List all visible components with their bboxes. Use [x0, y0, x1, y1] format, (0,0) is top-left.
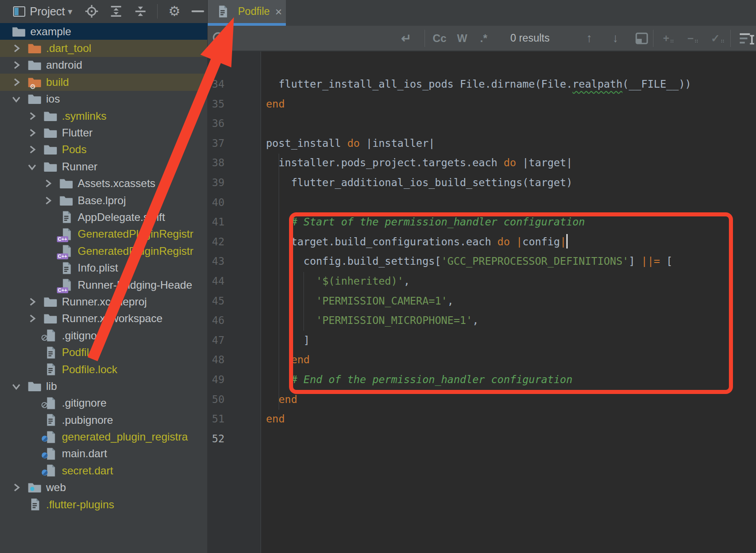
chevron-right-icon[interactable] [27, 314, 43, 323]
tree-item-Runner[interactable]: Runner [0, 158, 208, 175]
annotation-highlight-box [289, 212, 733, 394]
chevron-down-icon[interactable] [11, 381, 27, 391]
tree-item-.flutter-plugins[interactable]: .flutter-plugins [0, 496, 208, 513]
tree-item-web[interactable]: web [0, 479, 208, 496]
expand-all-icon[interactable] [109, 5, 123, 18]
tree-item-build[interactable]: ⚙build [0, 74, 208, 90]
tree-item-Runner-Bridging-Heade[interactable]: C++Runner-Bridging-Heade [0, 276, 208, 293]
tree-item-example[interactable]: example [0, 23, 208, 40]
tree-item-android[interactable]: android [0, 57, 208, 74]
tree-item-Pods[interactable]: Pods [0, 141, 208, 158]
file-icon [59, 211, 73, 224]
folder-build-icon: ⚙ [27, 75, 42, 89]
code-line-35[interactable]: end [266, 94, 691, 114]
folder-icon [59, 177, 73, 190]
line-number-42: 42 [208, 232, 224, 252]
tree-item-.pubignore[interactable]: .pubignore [0, 412, 208, 428]
line-number-34: 34 [208, 75, 224, 94]
cpp-badge-icon: C++ [57, 287, 68, 293]
tree-item-label: lib [46, 380, 57, 393]
folder-icon [43, 126, 57, 140]
tree-item-Flutter[interactable]: Flutter [0, 124, 208, 141]
chevron-right-icon[interactable] [27, 145, 43, 155]
chevron-down-icon[interactable] [27, 162, 43, 172]
regex-toggle[interactable]: .* [480, 26, 487, 51]
close-tab-icon[interactable]: × [275, 7, 282, 17]
chevron-right-icon[interactable] [11, 60, 27, 70]
words-toggle[interactable]: W [457, 26, 467, 51]
folder-icon [27, 380, 42, 393]
chevron-right-icon[interactable] [43, 178, 59, 188]
tree-item-.gitignore[interactable]: .gitignore [0, 395, 208, 412]
tree-item-label: secret.dart [62, 464, 113, 477]
caret-down-icon[interactable]: ▼ [66, 8, 74, 17]
open-in-find-window-icon[interactable] [635, 26, 649, 51]
code-line-38[interactable]: installer.pods_project.targets.each do |… [266, 153, 691, 173]
file-ignored-icon [43, 329, 57, 342]
tab-podfile[interactable]: Podfile × [208, 0, 286, 23]
code-line-52[interactable] [266, 429, 691, 449]
tree-item-label: ios [46, 93, 60, 105]
tree-item-generated_plugin_registra[interactable]: generated_plugin_registra [0, 428, 208, 445]
tree-item-AppDelegate.swift[interactable]: AppDelegate.swift [0, 209, 208, 225]
line-number-46: 46 [208, 311, 224, 331]
match-case-toggle[interactable]: Cc [433, 26, 447, 51]
newline-icon[interactable]: ↵ [401, 26, 411, 51]
tree-item-GeneratedPluginRegistr[interactable]: C++GeneratedPluginRegistr [0, 226, 208, 243]
code-token: (__FILE__)) [622, 78, 691, 90]
find-divider [425, 30, 425, 47]
chevron-right-icon[interactable] [11, 43, 27, 53]
folder-icon [11, 25, 26, 38]
folder-icon [43, 109, 57, 123]
tree-item-Assets.xcassets[interactable]: Assets.xcassets [0, 175, 208, 192]
project-view-selector[interactable]: Project [30, 5, 65, 18]
chevron-right-icon[interactable] [27, 128, 43, 138]
chevron-right-icon[interactable] [27, 297, 43, 307]
tree-item-Runner.xcodeproj[interactable]: Runner.xcodeproj [0, 293, 208, 310]
tree-item-main.dart[interactable]: main.dart [0, 445, 208, 462]
tree-item-Info.plist[interactable]: Info.plist [0, 259, 208, 276]
code-line-37[interactable]: post_install do |installer| [266, 134, 691, 154]
chevron-down-icon[interactable] [11, 94, 27, 104]
remove-occurrence-icon[interactable]: − [687, 26, 698, 51]
code-line-36[interactable] [266, 114, 691, 134]
chevron-right-icon[interactable] [11, 483, 27, 492]
tree-item-.dart_tool[interactable]: .dart_tool [0, 40, 208, 56]
code-line-39[interactable]: flutter_additional_ios_build_settings(ta… [266, 173, 691, 193]
ide-window: Project ▼ ⚙ example.dart_toolandroid⚙bui… [0, 0, 756, 553]
filter-search-icon[interactable] [739, 26, 754, 51]
tree-item-GeneratedPluginRegistr[interactable]: C++GeneratedPluginRegistr [0, 243, 208, 259]
collapse-all-icon[interactable] [134, 5, 147, 18]
add-occurrence-icon[interactable]: + [663, 26, 674, 51]
file-dart-icon [43, 430, 57, 444]
code-line-40[interactable] [266, 193, 691, 213]
select-all-occurrences-icon[interactable]: ✓ [711, 26, 724, 51]
code-token: installer.pods_project.targets.each [266, 157, 504, 169]
tree-item-.gitignore[interactable]: .gitignore [0, 327, 208, 344]
code-line-51[interactable]: end [266, 409, 691, 429]
next-occurrence-icon[interactable]: ↓ [612, 26, 619, 51]
chevron-right-icon[interactable] [43, 196, 59, 206]
settings-gear-icon[interactable]: ⚙ [168, 5, 181, 18]
tree-item-lib[interactable]: lib [0, 378, 208, 394]
code-token [266, 394, 279, 405]
code-line-34[interactable]: flutter_install_all_ios_pods File.dirnam… [266, 75, 691, 94]
tree-item-Base.lproj[interactable]: Base.lproj [0, 192, 208, 209]
line-number-38: 38 [208, 153, 224, 173]
hide-panel-icon[interactable] [191, 10, 204, 12]
prev-occurrence-icon[interactable]: ↑ [586, 26, 593, 51]
chevron-right-icon[interactable] [11, 77, 27, 87]
tree-item-Podfile[interactable]: Podfile [0, 344, 208, 361]
tree-item-Podfile.lock[interactable]: Podfile.lock [0, 361, 208, 378]
locate-icon[interactable] [85, 5, 98, 18]
tool-window-icon [13, 6, 25, 17]
tree-item-label: android [46, 59, 82, 71]
tree-item-label: web [46, 481, 66, 494]
folder-icon [43, 143, 57, 156]
tree-item-Runner.xcworkspace[interactable]: Runner.xcworkspace [0, 310, 208, 327]
tree-item-.symlinks[interactable]: .symlinks [0, 108, 208, 124]
tree-item-secret.dart[interactable]: secret.dart [0, 462, 208, 479]
tree-item-label: Flutter [62, 127, 93, 139]
tree-item-ios[interactable]: ios [0, 91, 208, 108]
chevron-right-icon[interactable] [27, 111, 43, 121]
